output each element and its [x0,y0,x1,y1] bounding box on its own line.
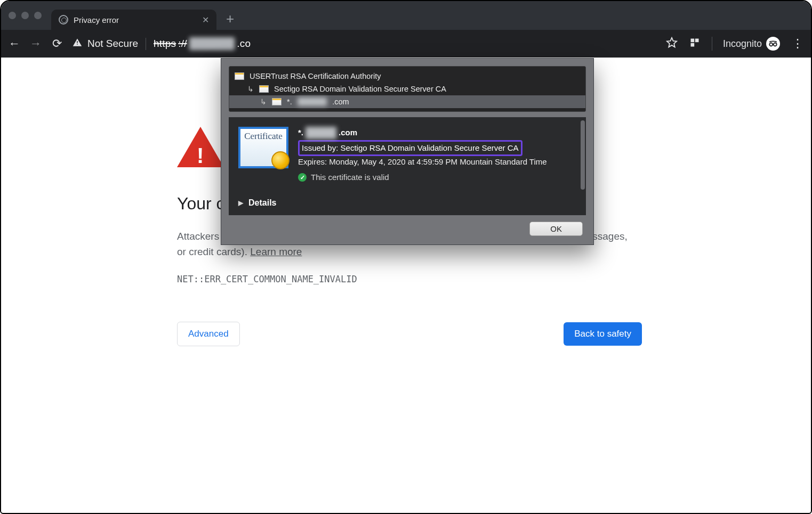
subject-prefix: *. [298,127,303,139]
expires-text: Expires: Monday, May 4, 2020 at 4:59:59 … [298,156,570,168]
cert-tree-intermediate[interactable]: ↳ Sectigo RSA Domain Validation Secure S… [229,83,585,95]
svg-rect-0 [690,38,694,42]
globe-icon [59,15,68,25]
close-window-button[interactable] [9,12,16,19]
security-chip[interactable]: Not Secure [73,38,146,50]
learn-more-link[interactable]: Learn more [250,246,302,257]
certificate-subject: *.xxxxxx.com [298,127,570,139]
svg-point-3 [769,43,773,46]
chrome-menu-button[interactable]: ⋮ [792,37,803,51]
new-tab-button[interactable]: + [226,11,234,27]
certificate-chain-tree[interactable]: USERTrust RSA Certification Authority ↳ … [229,66,586,112]
certificate-icon [259,85,269,93]
dialog-footer: OK [221,215,593,244]
validity-line: ✓ This certificate is valid [298,172,570,184]
advanced-button[interactable]: Advanced [177,322,240,346]
details-label: Details [248,198,276,208]
issued-by-text: Issued by: Sectigo RSA Domain Validation… [302,143,519,152]
cert-image-word: Certificate [244,131,283,142]
validity-text: This certificate is valid [311,172,389,184]
cert-tree-root[interactable]: USERTrust RSA Certification Authority [229,70,585,83]
cert-leaf-prefix: *. [287,97,292,106]
cert-leaf-suffix: .com [332,97,349,106]
certificate-text: *.xxxxxx.com Issued by: Sectigo RSA Doma… [298,127,576,183]
subtree-arrow-icon: ↳ [260,97,267,106]
certificate-detail-panel: Certificate *.xxxxxx.com Issued by: Sect… [229,117,586,193]
extension-icon[interactable] [689,37,700,51]
certificate-icon [235,72,244,80]
window-controls [9,12,42,19]
url-suffix: .co [237,38,251,50]
subject-suffix: .com [339,127,357,139]
toolbar-right: Incognito ⋮ [666,37,803,51]
svg-rect-1 [695,38,699,42]
certificate-dialog: USERTrust RSA Certification Authority ↳ … [221,58,594,245]
tab-strip: Privacy error ✕ + [1,1,811,30]
certificate-image-icon: Certificate [238,127,288,168]
disclosure-triangle-icon: ▶ [238,199,243,207]
tab-title: Privacy error [74,15,197,25]
error-code: NET::ERR_CERT_COMMON_NAME_INVALID [177,274,811,284]
certificate-icon [272,98,282,105]
incognito-indicator: Incognito [712,37,780,51]
url-host-redacted: xxxxxxxx [189,37,235,50]
cert-tree-leaf[interactable]: ↳ *.xxxxxx.com [229,95,585,108]
check-circle-icon: ✓ [298,173,307,182]
incognito-label: Incognito [723,38,762,50]
bookmark-star-icon[interactable] [666,37,678,51]
reload-button[interactable]: ⟳ [51,37,63,51]
forward-button[interactable]: → [30,37,42,51]
subtree-arrow-icon: ↳ [247,85,254,93]
warning-triangle-icon [73,38,82,50]
cert-root-label: USERTrust RSA Certification Authority [250,72,381,80]
big-warning-icon [177,127,224,167]
toolbar: ← → ⟳ Not Secure https:// xxxxxxxx .co I… [1,30,811,58]
details-disclosure[interactable]: ▶ Details [229,193,586,215]
svg-point-4 [774,43,777,46]
url-scheme: https [154,38,176,50]
subject-redacted: xxxxxx [305,127,336,139]
back-to-safety-button[interactable]: Back to safety [564,322,642,346]
url-text: https:// xxxxxxxx .co [154,37,251,50]
close-tab-icon[interactable]: ✕ [202,15,209,25]
zoom-window-button[interactable] [34,12,42,19]
security-label: Not Secure [87,38,138,50]
seal-icon [271,151,290,169]
browser-tab[interactable]: Privacy error ✕ [51,10,216,30]
incognito-icon [766,37,780,51]
back-button[interactable]: ← [9,37,20,51]
svg-rect-2 [690,43,694,46]
ok-button[interactable]: OK [529,222,583,236]
button-row: Advanced Back to safety [177,322,642,346]
issued-by-highlight: Issued by: Sectigo RSA Domain Validation… [298,140,522,157]
scrollbar[interactable] [581,120,585,190]
cert-intermediate-label: Sectigo RSA Domain Validation Secure Ser… [274,85,446,93]
cert-leaf-redacted: xxxxxx [298,97,327,106]
address-bar[interactable]: Not Secure https:// xxxxxxxx .co [73,37,656,50]
minimize-window-button[interactable] [21,12,29,19]
